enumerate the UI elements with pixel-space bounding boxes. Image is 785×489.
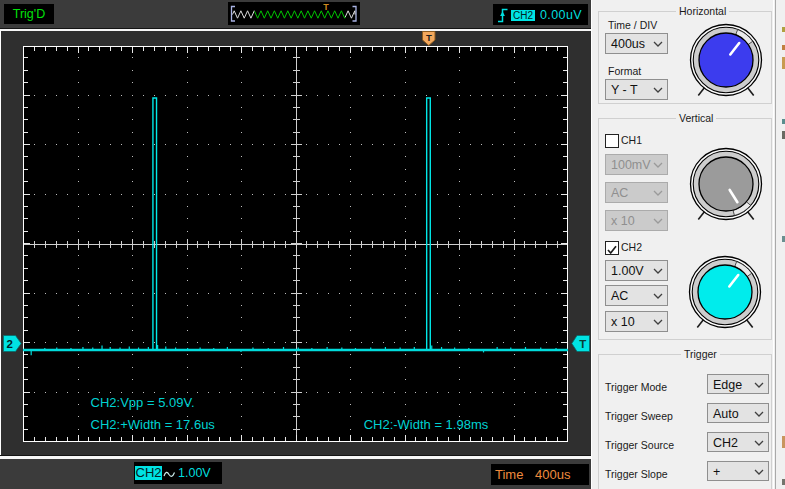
scope-area: Trig'D T CH2 0.00uV CH2:Vpp = 5.09V.CH2:… bbox=[0, 0, 591, 489]
ch2-probe-select[interactable]: x 10 bbox=[605, 311, 668, 332]
ch2-volts-value: 1.00V bbox=[611, 261, 644, 280]
svg-text:CH2:+Width = 17.6us: CH2:+Width = 17.6us bbox=[91, 417, 216, 432]
ch1-volts-select[interactable]: 100mV bbox=[605, 154, 668, 175]
trigger-source-select[interactable]: CH2 bbox=[707, 432, 769, 452]
ch2-label: CH2 bbox=[621, 240, 642, 255]
svg-text:CH2:-Width = 1.98ms: CH2:-Width = 1.98ms bbox=[364, 417, 489, 432]
scope-graticule-display: CH2:Vpp = 5.09V.CH2:+Width = 17.6usCH2:-… bbox=[23, 46, 568, 442]
ch1-probe-value: x 10 bbox=[611, 211, 635, 230]
trigger-level-marker[interactable]: T bbox=[571, 335, 590, 352]
control-panel: Horizontal Time / DIV 400us Format Y - T… bbox=[592, 0, 785, 489]
record-preview-waveform bbox=[228, 2, 360, 25]
ch1-coupling-value: AC bbox=[611, 183, 628, 202]
ch2-scale-knob[interactable] bbox=[679, 248, 771, 340]
trigger-status-text: Trig'D bbox=[13, 7, 45, 21]
chevron-down-icon bbox=[653, 87, 663, 93]
trigger-status: Trig'D bbox=[4, 4, 54, 24]
time-div-value: 400us bbox=[611, 34, 645, 53]
timebase-label: Time bbox=[495, 464, 523, 485]
ch1-scale-knob[interactable] bbox=[680, 140, 772, 232]
horizontal-group: Horizontal Time / DIV 400us Format Y - T bbox=[598, 11, 772, 104]
trigger-source-label: Trigger Source bbox=[605, 439, 674, 451]
chevron-down-icon bbox=[653, 162, 663, 168]
channel2-scale-readout: CH2 1.00V bbox=[134, 462, 222, 484]
trigger-source-value: CH2 bbox=[713, 433, 738, 452]
record-preview[interactable]: T bbox=[228, 2, 360, 25]
ch2-enable-checkbox[interactable] bbox=[605, 241, 619, 255]
ch2-probe-value: x 10 bbox=[611, 312, 635, 331]
trigger-slope-select[interactable]: + bbox=[707, 461, 769, 481]
scope-bottom-bar: CH2 1.00V Time 400us bbox=[0, 459, 591, 489]
time-div-label: Time / DIV bbox=[608, 19, 657, 31]
ch1-probe-select[interactable]: x 10 bbox=[605, 210, 668, 231]
format-value: Y - T bbox=[611, 80, 638, 99]
preview-trigger-position-marker[interactable]: T bbox=[319, 2, 333, 12]
ch1-coupling-select[interactable]: AC bbox=[605, 182, 668, 203]
top-trigger-marker-label: T bbox=[426, 32, 432, 43]
trigger-group: Trigger Trigger Mode Edge Trigger Sweep … bbox=[598, 354, 772, 489]
svg-text:CH2:Vpp = 5.09V.: CH2:Vpp = 5.09V. bbox=[91, 395, 195, 410]
scope-display-panel: CH2:Vpp = 5.09V.CH2:+Width = 17.6usCH2:-… bbox=[0, 31, 591, 455]
format-label: Format bbox=[608, 65, 641, 77]
trigger-slope-value: + bbox=[713, 462, 720, 481]
trigger-level-value: 0.00uV bbox=[540, 8, 582, 22]
trigger-readout: CH2 0.00uV bbox=[493, 4, 588, 25]
panel-right-edge-shadow bbox=[775, 0, 776, 489]
trigger-sweep-value: Auto bbox=[713, 404, 739, 423]
ch2-coupling-value: AC bbox=[611, 286, 628, 305]
timebase-value: 400us bbox=[535, 464, 570, 485]
trigger-source-badge: CH2 bbox=[511, 10, 535, 21]
chevron-down-icon bbox=[653, 41, 663, 47]
channel2-badge: CH2 bbox=[135, 466, 162, 480]
chevron-down-icon bbox=[754, 411, 764, 417]
trigger-slope-label: Trigger Slope bbox=[605, 468, 668, 480]
vertical-group: Vertical CH1 100mV AC x 10 CH2 1.00V bbox=[598, 118, 772, 340]
horizontal-trigger-position-marker[interactable]: T bbox=[422, 31, 436, 47]
oscilloscope-app: Trig'D T CH2 0.00uV CH2:Vpp = 5.09V.CH2:… bbox=[0, 0, 785, 489]
trigger-level-marker-label: T bbox=[579, 338, 586, 350]
panel-right-edge-highlight bbox=[773, 0, 774, 489]
trigger-sweep-label: Trigger Sweep bbox=[605, 410, 673, 422]
ch2-volts-select[interactable]: 1.00V bbox=[605, 260, 668, 281]
trigger-mode-select[interactable]: Edge bbox=[707, 374, 769, 394]
chevron-down-icon bbox=[754, 440, 764, 446]
checkmark-icon bbox=[606, 244, 618, 256]
trigger-mode-label: Trigger Mode bbox=[605, 381, 667, 393]
ac-coupling-icon bbox=[163, 468, 176, 479]
horizontal-scale-knob[interactable] bbox=[680, 16, 772, 108]
scope-top-bar: Trig'D T CH2 0.00uV bbox=[0, 0, 591, 28]
chevron-down-icon bbox=[754, 382, 764, 388]
trigger-group-title: Trigger bbox=[681, 348, 720, 361]
chevron-down-icon bbox=[653, 293, 663, 299]
vertical-group-title: Vertical bbox=[676, 112, 716, 125]
chevron-down-icon bbox=[754, 469, 764, 475]
channel2-position-marker[interactable]: 2 bbox=[3, 335, 22, 352]
chevron-down-icon bbox=[653, 190, 663, 196]
trigger-sweep-select[interactable]: Auto bbox=[707, 403, 769, 423]
scope-panel-left-edge bbox=[0, 31, 1, 455]
rising-edge-trigger-icon bbox=[497, 7, 509, 24]
chevron-down-icon bbox=[653, 218, 663, 224]
ch2-coupling-select[interactable]: AC bbox=[605, 285, 668, 306]
channel2-marker-label: 2 bbox=[7, 338, 13, 350]
ch1-volts-value: 100mV bbox=[611, 155, 651, 174]
format-select[interactable]: Y - T bbox=[605, 79, 668, 100]
chevron-down-icon bbox=[653, 319, 663, 325]
chevron-down-icon bbox=[653, 268, 663, 274]
ch1-enable-checkbox[interactable] bbox=[605, 134, 619, 148]
ch1-label: CH1 bbox=[621, 133, 642, 148]
channel2-volts-per-div: 1.00V bbox=[178, 462, 211, 484]
trigger-mode-value: Edge bbox=[713, 375, 742, 394]
timebase-readout: Time 400us bbox=[491, 464, 589, 485]
time-div-select[interactable]: 400us bbox=[605, 33, 668, 54]
